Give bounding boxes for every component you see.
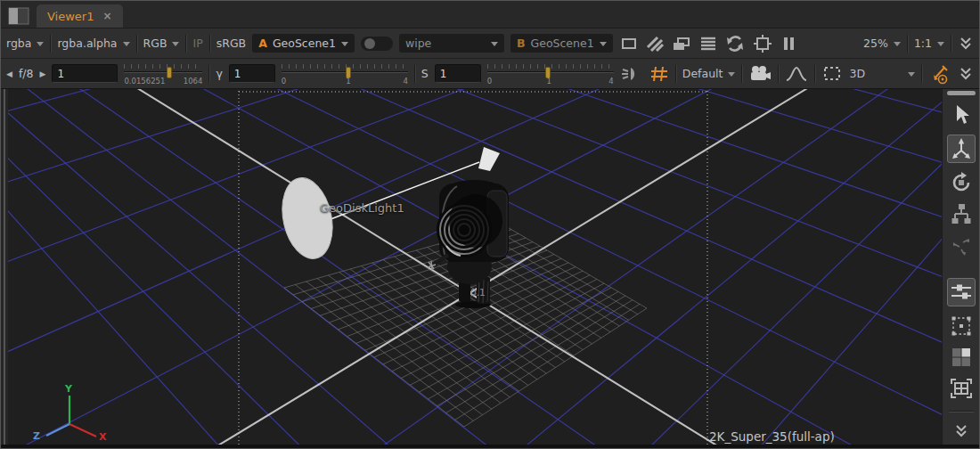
separator [951,35,951,53]
nuke-viewer-window: Viewer1 × rgba rgba.alpha RGB IP sRGB A … [0,0,980,449]
toolbar-handle[interactable] [947,91,976,95]
gamma-slider[interactable]: 0 1 4 [282,63,408,85]
viewer-lut-label: sRGB [216,37,246,50]
color-sampler-button[interactable] [928,63,951,85]
overscan-stripes-button[interactable] [645,35,665,53]
saturation-input[interactable] [435,64,481,83]
translate-tool-button[interactable] [947,135,976,163]
pane-menu-button[interactable] [8,6,31,26]
roi-button[interactable] [752,34,773,53]
separator [209,35,210,53]
input-a-letter: A [258,37,267,50]
tick-label: 0 [487,77,492,86]
tab-viewer1[interactable]: Viewer1 × [37,4,123,28]
caret-icon [937,42,944,46]
headlamp-button[interactable] [620,64,643,84]
saturation-label: S [421,67,429,80]
layer-dropdown[interactable]: rgba.alpha [57,37,129,50]
toggle-knob-icon [364,38,375,49]
viewport-frame-icon [619,35,639,53]
refresh-button[interactable] [724,34,746,53]
wipe-toggle[interactable] [361,37,393,51]
tick-label: 1 [346,77,350,86]
expand-toolbar-button[interactable] [958,36,974,52]
input-a-dropdown[interactable]: A GeoScene1 [252,34,355,53]
tick-label: 0 [282,77,286,86]
viewer-toolbar-top: rgba rgba.alpha RGB IP sRGB A GeoScene1 … [1,28,979,59]
wipe-value: wipe [405,37,491,50]
float-window-button[interactable] [671,35,692,53]
slider-handle[interactable] [167,67,172,78]
bottom-strip [1,445,979,448]
display-channels-value: RGB [143,37,167,50]
composite-grid-button[interactable] [950,314,973,338]
scanlines-button[interactable] [698,35,718,53]
caret-icon [491,42,498,46]
tick-label: 1064 [184,77,203,86]
wireframe-grid-button[interactable] [649,64,669,84]
quad-view-icon [950,346,973,369]
expand-toolbar-button[interactable] [958,66,974,82]
frame-all-icon [949,377,974,400]
input-b-value: GeoScene1 [531,37,594,50]
transform-handles-icon [950,235,973,258]
svg-text:Z: Z [33,430,40,442]
pause-button[interactable] [780,35,797,53]
quad-view-button[interactable] [950,346,973,369]
separator [741,65,742,83]
lut-preset-dropdown[interactable]: Default [682,67,736,80]
input-process-label: IP [192,37,202,50]
separator [778,65,779,83]
view-select-dropdown[interactable]: 3D [849,67,915,80]
filter-curve-icon [785,64,808,84]
select-tool-button[interactable] [951,103,972,127]
scene-graph-icon [950,202,973,227]
proxy-dropdown[interactable]: 1:1 [914,37,944,50]
selection-marquee-icon [821,64,843,84]
viewport-canvas[interactable]: YXZ [8,89,942,445]
zoom-level-value: 25% [863,37,888,50]
viewport-3d[interactable]: YXZ GeoDiskLight1 0.1 2K_Super_35(full-a… [8,89,942,445]
layout-rows-button[interactable] [947,278,976,306]
layer-value: rgba.alpha [57,37,117,50]
rotate-tool-button[interactable] [950,171,973,194]
tick-label: 4 [403,77,407,86]
wipe-mode-dropdown[interactable]: wipe [399,34,504,53]
gamma-label: γ [216,67,222,80]
svg-text:X: X [99,431,107,443]
scene-graph-button[interactable] [950,202,973,227]
gamma-input[interactable] [229,64,275,83]
close-icon[interactable]: × [102,11,111,21]
separator [675,65,676,83]
caret-icon [123,42,130,46]
display-channels-dropdown[interactable]: RGB [143,37,180,50]
camera-icon [748,64,772,84]
frame-all-button[interactable] [949,377,974,400]
input-b-dropdown[interactable]: B GeoScene1 [510,34,613,53]
left-strip [1,89,8,445]
wireframe-grid-icon [649,64,669,84]
view-select-value: 3D [849,67,865,80]
increase-aperture-icon[interactable]: ▶ [40,69,46,78]
gain-slider[interactable]: 0.015625 1 1064 [124,63,202,85]
headlamp-icon [620,64,643,84]
gain-input[interactable] [52,64,118,83]
transform-handles-button[interactable] [950,235,973,258]
input-process-button[interactable]: IP [192,37,202,50]
viewer-stage: YXZ GeoDiskLight1 0.1 2K_Super_35(full-a… [1,89,979,445]
decrease-aperture-icon[interactable]: ◀ [6,69,12,78]
input-b-letter: B [517,37,526,50]
roi-icon [752,34,773,53]
filter-curve-button[interactable] [785,64,808,84]
zoom-level-dropdown[interactable]: 25% [863,37,901,50]
camera-button[interactable] [748,64,772,84]
composite-grid-icon [950,314,973,338]
separator [136,35,137,53]
selection-marquee-button[interactable] [821,64,843,84]
viewer-lut-button[interactable]: sRGB [216,37,246,50]
saturation-slider[interactable]: 0 1 4 [487,63,614,85]
collapse-toolbar-button[interactable] [953,423,969,439]
channels-dropdown[interactable]: rgba [6,37,44,50]
slider-ticks [124,64,202,69]
viewport-frame-button[interactable] [619,35,639,53]
